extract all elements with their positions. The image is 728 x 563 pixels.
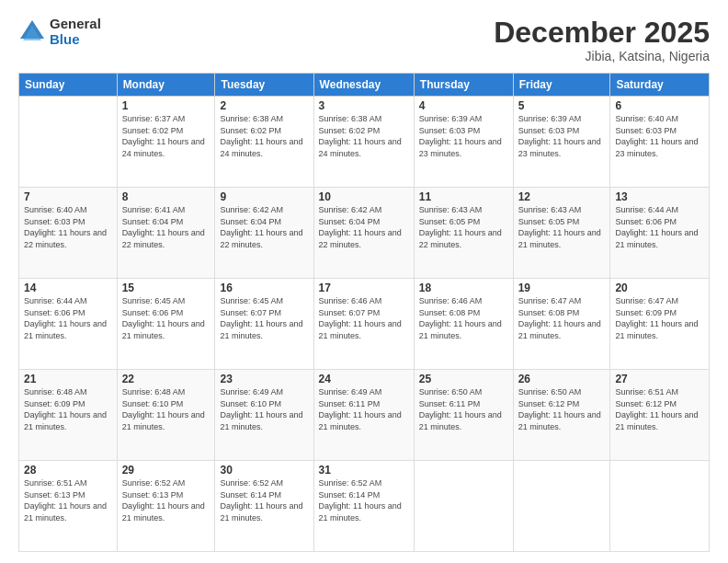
calendar-body: 1Sunrise: 6:37 AM Sunset: 6:02 PM Daylig… [19,97,710,552]
calendar-day-cell: 10Sunrise: 6:42 AM Sunset: 6:04 PM Dayli… [313,188,414,279]
day-number: 25 [419,373,508,385]
calendar-day-cell: 20Sunrise: 6:47 AM Sunset: 6:09 PM Dayli… [610,279,710,370]
calendar-day-cell [513,461,610,552]
day-info: Sunrise: 6:40 AM Sunset: 6:03 PM Dayligh… [24,204,112,250]
title-block: December 2025 Jibia, Katsina, Nigeria [494,17,710,63]
subtitle: Jibia, Katsina, Nigeria [494,49,710,63]
day-number: 5 [518,99,606,112]
logo-icon [18,18,46,46]
calendar-day-cell: 18Sunrise: 6:46 AM Sunset: 6:08 PM Dayli… [414,279,513,370]
day-number: 26 [518,373,606,385]
weekday-header: Friday [513,74,610,97]
calendar-week-row: 1Sunrise: 6:37 AM Sunset: 6:02 PM Daylig… [19,97,710,188]
day-info: Sunrise: 6:43 AM Sunset: 6:05 PM Dayligh… [419,204,508,250]
day-number: 17 [319,282,409,294]
day-info: Sunrise: 6:45 AM Sunset: 6:07 PM Dayligh… [220,295,308,341]
calendar-week-row: 28Sunrise: 6:51 AM Sunset: 6:13 PM Dayli… [19,461,710,552]
day-info: Sunrise: 6:40 AM Sunset: 6:03 PM Dayligh… [615,113,704,159]
calendar-day-cell: 3Sunrise: 6:38 AM Sunset: 6:02 PM Daylig… [313,97,414,188]
day-number: 29 [122,464,210,477]
day-info: Sunrise: 6:39 AM Sunset: 6:03 PM Dayligh… [419,113,508,159]
day-number: 14 [24,282,112,294]
weekday-header: Thursday [414,74,513,97]
day-info: Sunrise: 6:38 AM Sunset: 6:02 PM Dayligh… [319,113,409,159]
day-info: Sunrise: 6:50 AM Sunset: 6:12 PM Dayligh… [518,386,606,432]
weekday-header: Wednesday [313,74,414,97]
calendar-day-cell [414,461,513,552]
day-info: Sunrise: 6:52 AM Sunset: 6:14 PM Dayligh… [319,477,409,523]
calendar-day-cell: 22Sunrise: 6:48 AM Sunset: 6:10 PM Dayli… [117,370,215,461]
day-number: 19 [518,282,606,294]
day-info: Sunrise: 6:42 AM Sunset: 6:04 PM Dayligh… [319,204,409,250]
header: General Blue December 2025 Jibia, Katsin… [18,17,710,63]
calendar-day-cell [610,461,710,552]
day-info: Sunrise: 6:47 AM Sunset: 6:09 PM Dayligh… [615,295,704,341]
day-number: 21 [24,373,112,385]
calendar-day-cell: 23Sunrise: 6:49 AM Sunset: 6:10 PM Dayli… [215,370,313,461]
day-info: Sunrise: 6:52 AM Sunset: 6:14 PM Dayligh… [220,477,308,523]
calendar-day-cell: 16Sunrise: 6:45 AM Sunset: 6:07 PM Dayli… [215,279,313,370]
day-number: 30 [220,464,308,477]
day-number: 31 [319,464,409,477]
logo-text: General Blue [50,17,101,47]
day-info: Sunrise: 6:45 AM Sunset: 6:06 PM Dayligh… [122,295,210,341]
calendar-week-row: 21Sunrise: 6:48 AM Sunset: 6:09 PM Dayli… [19,370,710,461]
calendar-day-cell: 7Sunrise: 6:40 AM Sunset: 6:03 PM Daylig… [19,188,118,279]
day-number: 18 [419,282,508,294]
calendar-day-cell: 24Sunrise: 6:49 AM Sunset: 6:11 PM Dayli… [313,370,414,461]
calendar-day-cell [19,97,118,188]
weekday-header: Sunday [19,74,118,97]
calendar-week-row: 14Sunrise: 6:44 AM Sunset: 6:06 PM Dayli… [19,279,710,370]
day-info: Sunrise: 6:51 AM Sunset: 6:13 PM Dayligh… [24,477,112,523]
calendar-day-cell: 25Sunrise: 6:50 AM Sunset: 6:11 PM Dayli… [414,370,513,461]
calendar-day-cell: 6Sunrise: 6:40 AM Sunset: 6:03 PM Daylig… [610,97,710,188]
logo-blue: Blue [50,32,101,48]
day-info: Sunrise: 6:44 AM Sunset: 6:06 PM Dayligh… [615,204,704,250]
calendar-day-cell: 14Sunrise: 6:44 AM Sunset: 6:06 PM Dayli… [19,279,118,370]
calendar-day-cell: 30Sunrise: 6:52 AM Sunset: 6:14 PM Dayli… [215,461,313,552]
day-info: Sunrise: 6:49 AM Sunset: 6:10 PM Dayligh… [220,386,308,432]
calendar-day-cell: 11Sunrise: 6:43 AM Sunset: 6:05 PM Dayli… [414,188,513,279]
calendar-day-cell: 15Sunrise: 6:45 AM Sunset: 6:06 PM Dayli… [117,279,215,370]
day-number: 16 [220,282,308,294]
calendar-day-cell: 2Sunrise: 6:38 AM Sunset: 6:02 PM Daylig… [215,97,313,188]
day-number: 10 [319,190,409,203]
calendar-day-cell: 28Sunrise: 6:51 AM Sunset: 6:13 PM Dayli… [19,461,118,552]
day-number: 8 [122,190,210,203]
day-info: Sunrise: 6:37 AM Sunset: 6:02 PM Dayligh… [122,113,210,159]
calendar-day-cell: 9Sunrise: 6:42 AM Sunset: 6:04 PM Daylig… [215,188,313,279]
logo: General Blue [18,17,101,47]
calendar-day-cell: 26Sunrise: 6:50 AM Sunset: 6:12 PM Dayli… [513,370,610,461]
calendar-day-cell: 13Sunrise: 6:44 AM Sunset: 6:06 PM Dayli… [610,188,710,279]
day-info: Sunrise: 6:52 AM Sunset: 6:13 PM Dayligh… [122,477,210,523]
day-number: 22 [122,373,210,385]
day-number: 20 [615,282,704,294]
day-number: 23 [220,373,308,385]
calendar-day-cell: 8Sunrise: 6:41 AM Sunset: 6:04 PM Daylig… [117,188,215,279]
day-info: Sunrise: 6:46 AM Sunset: 6:08 PM Dayligh… [419,295,508,341]
calendar-day-cell: 1Sunrise: 6:37 AM Sunset: 6:02 PM Daylig… [117,97,215,188]
day-info: Sunrise: 6:50 AM Sunset: 6:11 PM Dayligh… [419,386,508,432]
logo-general: General [50,17,101,32]
day-number: 3 [319,99,409,112]
calendar-table: SundayMondayTuesdayWednesdayThursdayFrid… [18,73,710,552]
calendar-day-cell: 5Sunrise: 6:39 AM Sunset: 6:03 PM Daylig… [513,97,610,188]
main-title: December 2025 [494,17,710,49]
day-number: 2 [220,99,308,112]
day-number: 28 [24,464,112,477]
day-info: Sunrise: 6:48 AM Sunset: 6:10 PM Dayligh… [122,386,210,432]
day-info: Sunrise: 6:51 AM Sunset: 6:12 PM Dayligh… [615,386,704,432]
day-info: Sunrise: 6:38 AM Sunset: 6:02 PM Dayligh… [220,113,308,159]
day-number: 24 [319,373,409,385]
day-info: Sunrise: 6:39 AM Sunset: 6:03 PM Dayligh… [518,113,606,159]
day-number: 13 [615,190,704,203]
day-info: Sunrise: 6:48 AM Sunset: 6:09 PM Dayligh… [24,386,112,432]
day-number: 1 [122,99,210,112]
calendar-day-cell: 21Sunrise: 6:48 AM Sunset: 6:09 PM Dayli… [19,370,118,461]
day-number: 6 [615,99,704,112]
day-number: 7 [24,190,112,203]
calendar-day-cell: 4Sunrise: 6:39 AM Sunset: 6:03 PM Daylig… [414,97,513,188]
day-info: Sunrise: 6:44 AM Sunset: 6:06 PM Dayligh… [24,295,112,341]
weekday-header: Tuesday [215,74,313,97]
day-number: 12 [518,190,606,203]
